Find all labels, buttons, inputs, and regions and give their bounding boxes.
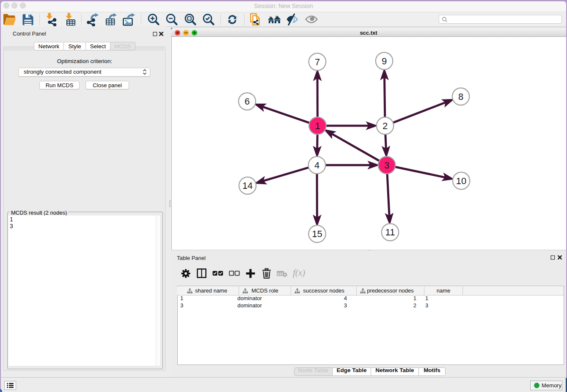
svg-text:2: 2 xyxy=(383,121,388,131)
svg-text:15: 15 xyxy=(312,229,322,239)
svg-text:14: 14 xyxy=(242,180,253,191)
svg-text:9: 9 xyxy=(382,56,387,66)
svg-text:10: 10 xyxy=(456,176,466,186)
svg-text:3: 3 xyxy=(384,160,389,171)
svg-text:1: 1 xyxy=(315,121,320,131)
svg-text:7: 7 xyxy=(315,57,320,67)
svg-text:11: 11 xyxy=(385,227,395,237)
svg-text:8: 8 xyxy=(458,91,463,102)
svg-text:6: 6 xyxy=(245,96,250,107)
svg-text:4: 4 xyxy=(314,160,319,171)
